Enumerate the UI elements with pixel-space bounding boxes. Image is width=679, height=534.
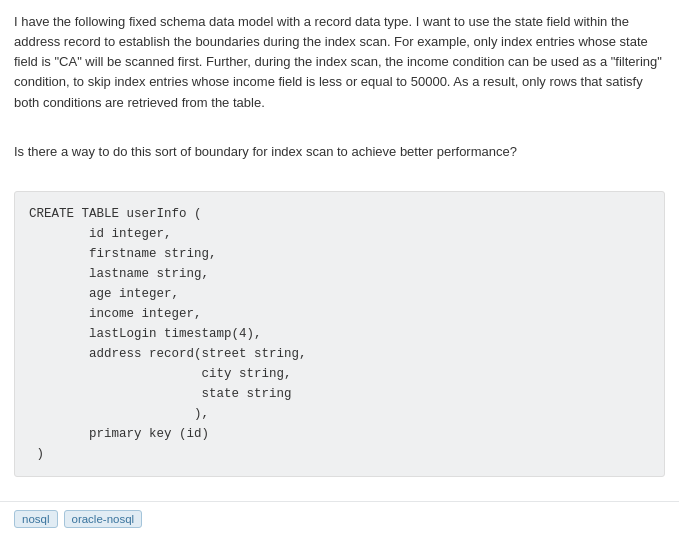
tag-oracle-nosql[interactable]: oracle-nosql: [64, 510, 143, 528]
question-paragraph-1: I have the following fixed schema data m…: [14, 12, 665, 113]
tags-area: nosqloracle-nosql: [0, 501, 679, 534]
content-area: I have the following fixed schema data m…: [0, 0, 679, 501]
code-block: CREATE TABLE userInfo ( id integer, firs…: [14, 191, 665, 477]
tag-nosql[interactable]: nosql: [14, 510, 58, 528]
question-paragraph-2: Is there a way to do this sort of bounda…: [14, 142, 665, 162]
